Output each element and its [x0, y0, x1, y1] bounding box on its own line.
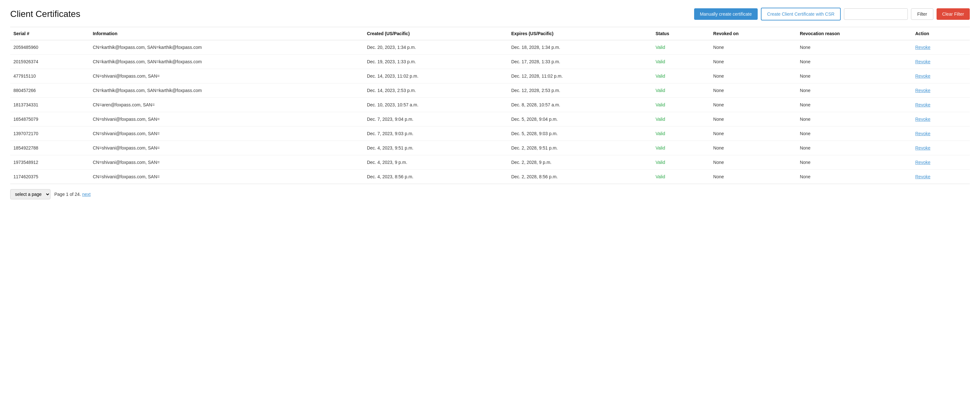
cell-info: CN=shivani@foxpass.com, SAN=: [89, 69, 364, 83]
col-header-status: Status: [652, 27, 710, 40]
cell-serial: 1813734331: [10, 98, 89, 112]
cell-revoked_on: None: [710, 155, 797, 170]
cell-revoked_on: None: [710, 170, 797, 184]
cell-expires: Dec. 8, 2028, 10:57 a.m.: [508, 98, 652, 112]
col-header-revoked-on: Revoked on: [710, 27, 797, 40]
revoke-button[interactable]: Revoke: [915, 116, 930, 122]
revoke-button[interactable]: Revoke: [915, 131, 930, 136]
cell-revocation_reason: None: [797, 155, 912, 170]
cell-revoked_on: None: [710, 83, 797, 98]
table-row: 477915110CN=shivani@foxpass.com, SAN=Dec…: [10, 69, 970, 83]
cell-revoked_on: None: [710, 112, 797, 126]
cell-created: Dec. 20, 2023, 1:34 p.m.: [364, 40, 508, 55]
revoke-button[interactable]: Revoke: [915, 160, 930, 165]
table-row: 1813734331CN=aren@foxpass.com, SAN=Dec. …: [10, 98, 970, 112]
revoke-button[interactable]: Revoke: [915, 88, 930, 93]
status-badge: Valid: [655, 102, 665, 107]
col-header-expires: Expires (US/Pacific): [508, 27, 652, 40]
cell-serial: 2059485960: [10, 40, 89, 55]
revoke-button[interactable]: Revoke: [915, 73, 930, 79]
cell-serial: 477915110: [10, 69, 89, 83]
cell-revocation_reason: None: [797, 40, 912, 55]
cell-created: Dec. 7, 2023, 9:03 p.m.: [364, 126, 508, 141]
cell-expires: Dec. 17, 2028, 1:33 p.m.: [508, 55, 652, 69]
cell-created: Dec. 7, 2023, 9:04 p.m.: [364, 112, 508, 126]
table-row: 880457266CN=karthik@foxpass.com, SAN=kar…: [10, 83, 970, 98]
clear-filter-button[interactable]: Clear Filter: [937, 8, 970, 20]
status-badge: Valid: [655, 145, 665, 150]
cell-created: Dec. 4, 2023, 8:56 p.m.: [364, 170, 508, 184]
cell-revoked_on: None: [710, 98, 797, 112]
cell-serial: 1973548912: [10, 155, 89, 170]
table-row: 2015926374CN=karthik@foxpass.com, SAN=ka…: [10, 55, 970, 69]
revoke-button[interactable]: Revoke: [915, 45, 930, 50]
cell-expires: Dec. 12, 2028, 11:02 p.m.: [508, 69, 652, 83]
cell-serial: 1654875079: [10, 112, 89, 126]
status-badge: Valid: [655, 45, 665, 50]
cell-serial: 1174620375: [10, 170, 89, 184]
revoke-button[interactable]: Revoke: [915, 145, 930, 150]
col-header-action: Action: [912, 27, 970, 40]
cell-created: Dec. 14, 2023, 2:53 p.m.: [364, 83, 508, 98]
cell-created: Dec. 4, 2023, 9 p.m.: [364, 155, 508, 170]
cell-serial: 1854922788: [10, 141, 89, 155]
cell-expires: Dec. 12, 2028, 2:53 p.m.: [508, 83, 652, 98]
table-row: 1973548912CN=shivani@foxpass.com, SAN=De…: [10, 155, 970, 170]
cell-expires: Dec. 2, 2028, 9 p.m.: [508, 155, 652, 170]
cell-info: CN=karthik@foxpass.com, SAN=karthik@foxp…: [89, 40, 364, 55]
pagination-info: Page 1 of 24. next: [54, 192, 91, 197]
pagination-next-link[interactable]: next: [82, 192, 91, 197]
revoke-button[interactable]: Revoke: [915, 174, 930, 179]
cell-expires: Dec. 2, 2028, 9:51 p.m.: [508, 141, 652, 155]
cell-revocation_reason: None: [797, 55, 912, 69]
cell-info: CN=shivani@foxpass.com, SAN=: [89, 155, 364, 170]
pagination-text: Page 1 of 24.: [54, 192, 81, 197]
page-title: Client Certificates: [10, 9, 690, 19]
cell-serial: 2015926374: [10, 55, 89, 69]
status-badge: Valid: [655, 73, 665, 79]
create-csr-button[interactable]: Create Client Certificate with CSR: [761, 8, 841, 21]
cell-info: CN=shivani@foxpass.com, SAN=: [89, 126, 364, 141]
table-row: 1174620375CN=shivani@foxpass.com, SAN=De…: [10, 170, 970, 184]
cell-created: Dec. 10, 2023, 10:57 a.m.: [364, 98, 508, 112]
cell-revoked_on: None: [710, 141, 797, 155]
filter-button[interactable]: Filter: [911, 8, 933, 20]
cell-revoked_on: None: [710, 55, 797, 69]
table-row: 1397072170CN=shivani@foxpass.com, SAN=De…: [10, 126, 970, 141]
cell-revocation_reason: None: [797, 98, 912, 112]
page-select[interactable]: select a page: [10, 189, 51, 199]
header-actions: Manually create certificate Create Clien…: [694, 8, 970, 21]
cell-revocation_reason: None: [797, 126, 912, 141]
status-badge: Valid: [655, 160, 665, 165]
col-header-created: Created (US/Pacific): [364, 27, 508, 40]
pagination-footer: select a page Page 1 of 24. next: [10, 189, 970, 199]
manually-create-button[interactable]: Manually create certificate: [694, 8, 758, 20]
table-row: 2059485960CN=karthik@foxpass.com, SAN=ka…: [10, 40, 970, 55]
revoke-button[interactable]: Revoke: [915, 59, 930, 64]
cell-revocation_reason: None: [797, 112, 912, 126]
cell-info: CN=shivani@foxpass.com, SAN=: [89, 141, 364, 155]
cell-expires: Dec. 5, 2028, 9:04 p.m.: [508, 112, 652, 126]
cell-info: CN=shivani@foxpass.com, SAN=: [89, 112, 364, 126]
revoke-button[interactable]: Revoke: [915, 102, 930, 107]
cell-expires: Dec. 2, 2028, 8:56 p.m.: [508, 170, 652, 184]
cell-revoked_on: None: [710, 40, 797, 55]
cell-expires: Dec. 18, 2028, 1:34 p.m.: [508, 40, 652, 55]
cell-serial: 1397072170: [10, 126, 89, 141]
cell-revoked_on: None: [710, 69, 797, 83]
col-header-serial: Serial #: [10, 27, 89, 40]
status-badge: Valid: [655, 116, 665, 122]
cell-revocation_reason: None: [797, 83, 912, 98]
table-row: 1654875079CN=shivani@foxpass.com, SAN=De…: [10, 112, 970, 126]
cell-revoked_on: None: [710, 126, 797, 141]
col-header-info: Information: [89, 27, 364, 40]
table-header-row: Serial # Information Created (US/Pacific…: [10, 27, 970, 40]
cell-revocation_reason: None: [797, 69, 912, 83]
cell-info: CN=aren@foxpass.com, SAN=: [89, 98, 364, 112]
status-badge: Valid: [655, 131, 665, 136]
cell-info: CN=karthik@foxpass.com, SAN=karthik@foxp…: [89, 83, 364, 98]
status-badge: Valid: [655, 174, 665, 179]
cell-info: CN=karthik@foxpass.com, SAN=karthik@foxp…: [89, 55, 364, 69]
cell-created: Dec. 19, 2023, 1:33 p.m.: [364, 55, 508, 69]
filter-input[interactable]: [844, 8, 908, 20]
